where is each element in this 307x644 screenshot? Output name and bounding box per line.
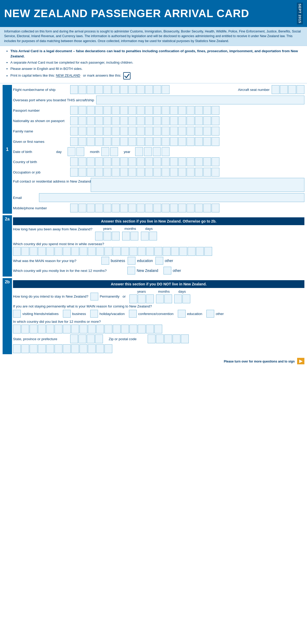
- address-input[interactable]: [91, 178, 304, 192]
- flight-box-6[interactable]: [112, 85, 120, 94]
- passport-box-7[interactable]: [120, 106, 128, 115]
- intend-d-2[interactable]: [182, 294, 190, 303]
- ll-box-10[interactable]: [88, 325, 96, 333]
- fn-box-1[interactable]: [70, 127, 78, 136]
- zip-box-4[interactable]: [173, 334, 180, 343]
- occ-box-18[interactable]: [212, 168, 219, 177]
- flight-box-9[interactable]: [137, 85, 145, 94]
- fn-box-14[interactable]: [178, 127, 186, 136]
- nat-box-6[interactable]: [112, 116, 120, 125]
- ph-box-17[interactable]: [203, 204, 211, 212]
- st-box-2[interactable]: [79, 334, 86, 343]
- ll-box-9[interactable]: [80, 325, 87, 333]
- nat-box-9[interactable]: [137, 116, 145, 125]
- ph-box-13[interactable]: [170, 204, 178, 212]
- cb-box-2[interactable]: [79, 157, 86, 166]
- ll-box-6[interactable]: [55, 325, 62, 333]
- ct-box-9[interactable]: [80, 247, 87, 256]
- occ-box-10[interactable]: [145, 168, 153, 177]
- ct-box-20[interactable]: [171, 247, 179, 256]
- fn-box-12[interactable]: [162, 127, 169, 136]
- cb-box-6[interactable]: [112, 157, 120, 166]
- ct-box-15[interactable]: [129, 247, 137, 256]
- gn-box-9[interactable]: [137, 137, 145, 146]
- ct-box-14[interactable]: [121, 247, 129, 256]
- passport-box-8[interactable]: [128, 106, 136, 115]
- flight-box-3[interactable]: [87, 85, 95, 94]
- ct-box-4[interactable]: [38, 247, 46, 256]
- next12-other-checkbox[interactable]: [164, 267, 171, 274]
- email-input[interactable]: [39, 193, 304, 202]
- ll-box-1[interactable]: [13, 325, 21, 333]
- ph-box-16[interactable]: [195, 204, 203, 212]
- ct-box-1[interactable]: [13, 247, 21, 256]
- nat-box-13[interactable]: [170, 116, 178, 125]
- cb-box-7[interactable]: [120, 157, 128, 166]
- gn-box-13[interactable]: [170, 137, 178, 146]
- gn-box-16[interactable]: [195, 137, 203, 146]
- nat-box-2[interactable]: [79, 116, 86, 125]
- gn-box-5[interactable]: [103, 137, 111, 146]
- gn-box-4[interactable]: [95, 137, 103, 146]
- ll-box-16[interactable]: [138, 325, 146, 333]
- occ-box-5[interactable]: [103, 168, 111, 177]
- ph-box-2[interactable]: [79, 204, 86, 212]
- intend-m-1[interactable]: [156, 294, 164, 303]
- ct-box-12[interactable]: [104, 247, 112, 256]
- occ-box-4[interactable]: [95, 168, 103, 177]
- intend-m-2[interactable]: [164, 294, 172, 303]
- passport-box-1[interactable]: [70, 106, 78, 115]
- nat-box-15[interactable]: [187, 116, 194, 125]
- passport-box-3[interactable]: [87, 106, 95, 115]
- ll-box-7[interactable]: [63, 325, 71, 333]
- fn-box-7[interactable]: [120, 127, 128, 136]
- cb-box-9[interactable]: [137, 157, 145, 166]
- ph-box-14[interactable]: [178, 204, 186, 212]
- cb-box-15[interactable]: [187, 157, 194, 166]
- passport-box-10[interactable]: [145, 106, 153, 115]
- intend-y-2[interactable]: [138, 294, 146, 303]
- occ-box-6[interactable]: [112, 168, 120, 177]
- gn-box-17[interactable]: [203, 137, 211, 146]
- fn-box-17[interactable]: [203, 127, 211, 136]
- ph-box-18[interactable]: [212, 204, 219, 212]
- passport-box-11[interactable]: [153, 106, 161, 115]
- passport-box-15[interactable]: [187, 106, 194, 115]
- occ-box-16[interactable]: [195, 168, 203, 177]
- zip-box-1[interactable]: [148, 334, 155, 343]
- away-y-2[interactable]: [103, 232, 111, 240]
- nat-box-12[interactable]: [162, 116, 169, 125]
- gn-box-1[interactable]: [70, 137, 78, 146]
- gn-box-10[interactable]: [145, 137, 153, 146]
- ct-box-2[interactable]: [21, 247, 29, 256]
- nat-box-17[interactable]: [203, 116, 211, 125]
- nat-box-16[interactable]: [195, 116, 203, 125]
- reason-2b-education-checkbox[interactable]: [178, 310, 186, 318]
- passport-box-5[interactable]: [103, 106, 111, 115]
- ct-box-13[interactable]: [113, 247, 121, 256]
- fn-box-10[interactable]: [145, 127, 153, 136]
- ct-box-17[interactable]: [146, 247, 154, 256]
- ph-box-7[interactable]: [120, 204, 128, 212]
- passport-box-17[interactable]: [203, 106, 211, 115]
- passport-box-18[interactable]: [212, 106, 219, 115]
- overseas-port-input[interactable]: [96, 96, 304, 104]
- nat-box-14[interactable]: [178, 116, 186, 125]
- intend-y-3[interactable]: [146, 294, 154, 303]
- se-box-1[interactable]: [13, 344, 21, 353]
- dob-month-2[interactable]: [110, 147, 118, 156]
- ct-box-23[interactable]: [196, 247, 204, 256]
- away-m-2[interactable]: [130, 232, 138, 240]
- ll-box-2[interactable]: [21, 325, 29, 333]
- flight-box-11[interactable]: [153, 85, 161, 94]
- ph-box-11[interactable]: [153, 204, 161, 212]
- gn-box-7[interactable]: [120, 137, 128, 146]
- ll-box-15[interactable]: [129, 325, 137, 333]
- passport-box-14[interactable]: [178, 106, 186, 115]
- zip-box-5[interactable]: [181, 334, 189, 343]
- away-d-1[interactable]: [141, 232, 149, 240]
- cb-box-17[interactable]: [203, 157, 211, 166]
- dob-day-2[interactable]: [76, 147, 84, 156]
- ct-box-8[interactable]: [71, 247, 79, 256]
- flight-box-4[interactable]: [95, 85, 103, 94]
